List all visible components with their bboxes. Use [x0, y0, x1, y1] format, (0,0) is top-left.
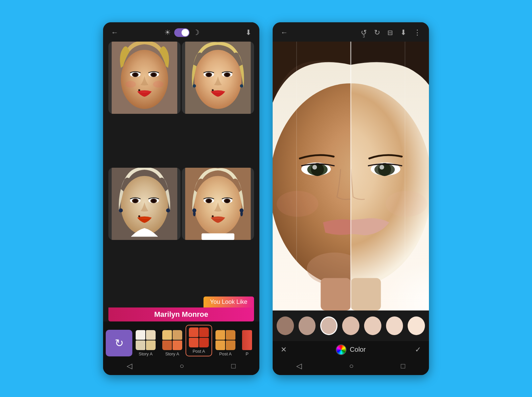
svg-point-64 [385, 191, 427, 217]
image-area [273, 42, 429, 310]
result-banner: You Look Like Marilyn Monroe [108, 297, 254, 321]
left-back-button[interactable]: ← [111, 28, 118, 37]
toolbar-post-a-2-label: Post A [219, 351, 232, 356]
color-label-text: Color [350, 346, 366, 353]
left-phone: ← ☀ ☽ ⬇ [103, 22, 259, 375]
svg-point-45 [240, 211, 243, 216]
svg-point-19 [212, 89, 214, 91]
svg-point-4 [133, 73, 137, 77]
svg-point-37 [207, 199, 211, 203]
svg-point-8 [138, 89, 140, 91]
svg-rect-46 [201, 233, 234, 240]
svg-point-26 [133, 199, 137, 203]
swatch-4[interactable] [342, 316, 359, 335]
svg-point-55 [277, 191, 318, 217]
color-icon [336, 344, 346, 355]
toolbar-post-a-2[interactable]: Post A [212, 330, 239, 356]
photo-cell-3[interactable] [108, 168, 181, 240]
right-nav-home[interactable]: ○ [349, 362, 353, 370]
svg-point-40 [225, 199, 229, 203]
left-nav-recents[interactable]: □ [231, 362, 236, 370]
undo-button[interactable]: ↺ 3 [361, 28, 367, 37]
right-phone: ← ↺ 3 ↻ ⊟ ⬇ ⋮ [273, 22, 429, 375]
svg-point-15 [207, 73, 211, 77]
toolbar-story-a-2-label: Story A [165, 351, 179, 356]
sun-icon: ☀ [164, 28, 171, 37]
swatch-3[interactable] [320, 316, 337, 335]
color-swatches [273, 310, 429, 341]
right-back-button[interactable]: ← [281, 28, 288, 37]
toolbar-post-a-1[interactable]: Post A [186, 325, 212, 356]
svg-point-18 [225, 73, 229, 77]
right-top-bar: ← ↺ 3 ↻ ⊟ ⬇ ⋮ [273, 22, 429, 42]
undo-count: 3 [363, 34, 365, 38]
svg-rect-57 [321, 278, 351, 310]
right-nav-bar: ◁ ○ □ [273, 358, 429, 375]
bottom-toolbar: ↺ Story A [103, 321, 259, 358]
more-button[interactable]: ⋮ [414, 28, 421, 37]
svg-point-21 [240, 84, 243, 88]
svg-rect-66 [351, 227, 429, 310]
right-nav-recents[interactable]: □ [401, 362, 405, 370]
toggle-thumb [182, 29, 189, 36]
toolbar-story-a-1-label: Story A [139, 351, 153, 356]
svg-point-29 [152, 199, 156, 203]
right-nav-back[interactable]: ◁ [296, 362, 302, 370]
svg-point-53 [311, 163, 324, 176]
svg-point-9 [125, 81, 136, 88]
redo-button[interactable]: ↻ [374, 28, 380, 37]
left-nav-home[interactable]: ○ [180, 362, 184, 370]
svg-point-10 [153, 81, 164, 88]
svg-point-20 [193, 84, 196, 88]
photo-cell-4[interactable] [182, 168, 254, 240]
swatch-2[interactable] [299, 316, 316, 335]
left-download-button[interactable]: ⬇ [245, 28, 251, 37]
toolbar-refresh[interactable]: ↺ [106, 330, 132, 356]
confirm-button[interactable]: ✓ [415, 345, 421, 354]
svg-point-62 [379, 165, 384, 169]
swatch-1[interactable] [277, 316, 294, 335]
color-bar: ✕ Color ✓ [273, 341, 429, 358]
svg-point-43 [193, 211, 196, 216]
swatch-7[interactable] [408, 316, 425, 335]
svg-point-61 [378, 163, 391, 176]
swatch-6[interactable] [386, 316, 403, 335]
toolbar-story-a-2[interactable]: Story A [159, 330, 186, 356]
right-top-icons: ↺ 3 ↻ ⊟ ⬇ ⋮ [361, 28, 421, 37]
swatch-5[interactable] [364, 316, 381, 335]
celeb-name-label: Marilyn Monroe [108, 307, 254, 321]
svg-point-54 [312, 165, 317, 169]
svg-point-31 [119, 208, 123, 212]
toolbar-post-a-1-label: Post A [193, 349, 205, 354]
toolbar-more-label: P [246, 351, 249, 356]
photo-cell-2[interactable] [182, 42, 254, 114]
svg-point-32 [166, 208, 170, 212]
theme-toggle-wrap: ☀ ☽ [164, 28, 200, 37]
svg-point-41 [212, 215, 214, 217]
left-top-bar: ← ☀ ☽ ⬇ [103, 22, 259, 42]
svg-point-30 [138, 215, 140, 217]
right-download-button[interactable]: ⬇ [400, 28, 406, 37]
theme-toggle[interactable] [174, 28, 190, 37]
toolbar-story-a-1[interactable]: Story A [132, 330, 159, 356]
photo-cell-1[interactable] [108, 42, 181, 114]
toolbar-more[interactable]: P [239, 330, 255, 356]
photo-grid [103, 42, 259, 293]
color-label-wrap: Color [336, 344, 366, 355]
cancel-button[interactable]: ✕ [281, 345, 287, 354]
moon-icon: ☽ [193, 28, 200, 37]
svg-point-7 [152, 73, 156, 77]
left-nav-bar: ◁ ○ □ [103, 358, 259, 375]
you-look-like-label: You Look Like [203, 297, 254, 307]
compare-button[interactable]: ⊟ [387, 29, 393, 37]
left-nav-back[interactable]: ◁ [127, 362, 132, 370]
